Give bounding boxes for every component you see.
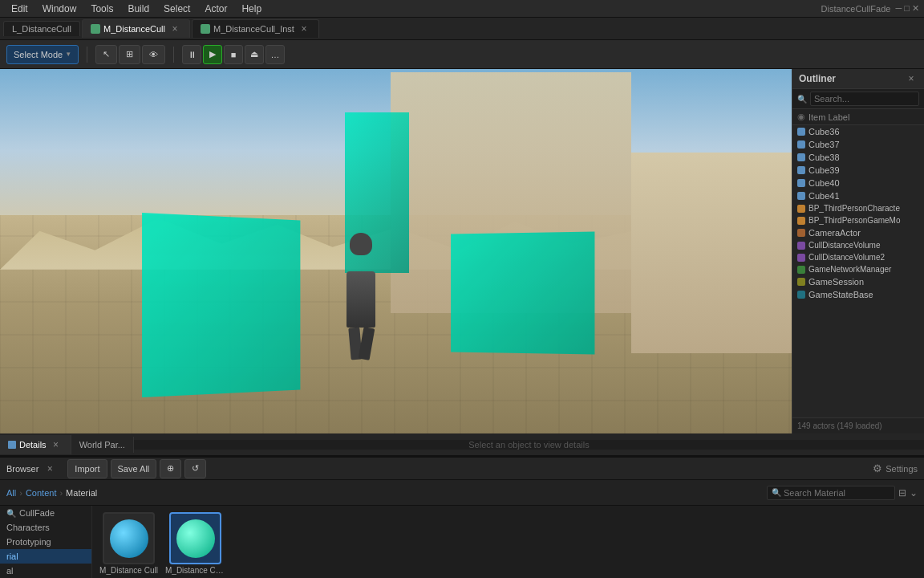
toolbar-sep-2 (173, 47, 174, 63)
details-icon (8, 441, 16, 449)
list-item[interactable]: Cube40 (792, 177, 924, 189)
material-sphere-teal (176, 519, 215, 558)
list-item[interactable]: GameNetworkManager (792, 263, 924, 275)
browser-tab-label[interactable]: Browser (6, 464, 38, 474)
asset-thumb-m-distance-cull[interactable]: M_Distance Cull (99, 512, 159, 575)
filter-icon[interactable]: ⊟ (898, 487, 906, 499)
sidebar-item-material[interactable]: rial (0, 549, 91, 564)
menu-edit[interactable]: Edit (5, 2, 34, 16)
menu-select[interactable]: Select (157, 2, 197, 16)
settings-icon[interactable]: ⚙ (873, 462, 882, 474)
play-controls-group: ⏸ ▶ ■ ⏏ … (182, 45, 285, 64)
sidebar-item-characters[interactable]: Characters (0, 520, 91, 535)
sidebar-item-prototyping[interactable]: Prototyping (0, 535, 91, 549)
state-icon (797, 291, 805, 299)
list-item[interactable]: GameSession (792, 275, 924, 288)
menu-bar: Edit Window Tools Build Select Actor Hel… (0, 0, 924, 18)
settings-label[interactable]: Settings (886, 464, 918, 474)
select-mode-button[interactable]: Select Mode ▼ (6, 45, 79, 64)
tab-m-distancecull-inst[interactable]: M_DistanceCull_Inst × (192, 19, 319, 38)
viewport[interactable] (0, 69, 792, 434)
refresh-button[interactable]: ↺ (184, 459, 206, 478)
select-mode-label: Select Mode (14, 50, 63, 59)
list-item[interactable]: Cube39 (792, 164, 924, 177)
char-head (350, 233, 372, 255)
list-item[interactable]: BP_ThirdPersonGameMo (792, 214, 924, 226)
pause-button[interactable]: ⏸ (182, 45, 201, 64)
tab-label-2: M_DistanceCull_Inst (213, 24, 294, 34)
teal-box-left (142, 213, 300, 397)
world-partition-label: World Par... (79, 440, 125, 450)
char-body (346, 271, 375, 328)
toolbar: Select Mode ▼ ↖ ⊞ 👁 ⏸ ▶ ■ ⏏ … (0, 40, 924, 69)
breadcrumb-sep-1: › (19, 488, 22, 498)
asset-preview-1 (103, 512, 155, 564)
outliner-col-header: ◉ Item Label (792, 109, 924, 125)
window-controls[interactable]: ─ □ ✕ (895, 3, 919, 14)
list-item[interactable]: CameraActor (792, 226, 924, 239)
list-item[interactable]: CullDistanceVolume (792, 239, 924, 251)
menu-window[interactable]: Window (36, 2, 83, 16)
cube-icon (797, 192, 805, 200)
breadcrumb-all[interactable]: All (6, 488, 16, 498)
actor-count-label: 149 actors (149 loaded) (797, 421, 882, 430)
details-close-button[interactable]: × (50, 438, 63, 451)
menu-right-area: DistanceCullFade ─ □ ✕ (821, 3, 919, 14)
sidebar-item-al[interactable]: al (0, 564, 91, 578)
tab-l-distancecull[interactable]: L_DistanceCull (3, 21, 80, 36)
sidebar-item-cullfade[interactable]: 🔍 CullFade (0, 506, 91, 520)
menu-help[interactable]: Help (235, 2, 268, 16)
list-item[interactable]: Cube37 (792, 138, 924, 151)
content-browser-top-bar: Browser × Import Save All ⊕ ↺ ⚙ Settings (0, 458, 924, 480)
outliner-panel: Outliner × 🔍 ◉ Item Label Cube36 Cube37 … (792, 69, 924, 434)
main-layout: Outliner × 🔍 ◉ Item Label Cube36 Cube37 … (0, 69, 924, 434)
list-item[interactable]: Cube41 (792, 189, 924, 202)
breadcrumb-sep-2: › (59, 488, 63, 498)
details-tab[interactable]: Details × (0, 435, 71, 454)
snap-button[interactable]: ⊞ (119, 45, 140, 64)
outliner-close-button[interactable]: × (905, 72, 918, 85)
play-button[interactable]: ▶ (203, 45, 222, 64)
tab-label-0: L_DistanceCull (12, 24, 71, 34)
sort-icon[interactable]: ⌄ (910, 487, 918, 499)
move-tool-button[interactable]: ↖ (95, 45, 117, 64)
add-content-button[interactable]: ⊕ (160, 459, 181, 478)
view-mode-button[interactable]: 👁 (142, 45, 165, 64)
cube-icon (797, 179, 805, 187)
menu-actor[interactable]: Actor (198, 2, 233, 16)
breadcrumb: All › Content › Material (6, 488, 97, 498)
close-tab-2[interactable]: × (298, 22, 310, 35)
more-play-options[interactable]: … (265, 45, 285, 64)
content-browser-sidebar: 🔍 CullFade Characters Prototyping rial a… (0, 506, 92, 578)
browser-close-button[interactable]: × (43, 462, 56, 475)
world-partition-tab[interactable]: World Par... (71, 437, 134, 453)
save-all-button[interactable]: Save All (111, 459, 157, 478)
close-tab-1[interactable]: × (168, 22, 181, 35)
material-icon-2 (201, 24, 210, 34)
list-item[interactable]: BP_ThirdPersonCharacte (792, 202, 924, 214)
list-item[interactable]: Cube36 (792, 125, 924, 138)
list-item[interactable]: Cube38 (792, 151, 924, 164)
import-button[interactable]: Import (67, 459, 107, 478)
asset-thumb-m-distance-cull-inst[interactable]: M_Distance Cull_Inst (165, 512, 225, 575)
list-item[interactable]: CullDistanceVolume2 (792, 251, 924, 263)
tab-m-distancecull[interactable]: M_DistanceCull × (82, 19, 190, 38)
breadcrumb-content[interactable]: Content (26, 488, 57, 498)
list-item[interactable]: GameStateBase (792, 288, 924, 301)
outliner-title: Outliner (799, 73, 836, 84)
toolbar-sep-1 (87, 47, 87, 63)
menu-tools[interactable]: Tools (84, 2, 120, 16)
cube-icon (797, 128, 805, 136)
app-title-label: DistanceCullFade (821, 4, 891, 14)
stop-button[interactable]: ■ (224, 45, 243, 64)
sidebar-search-icon: 🔍 (6, 509, 16, 518)
outliner-search-input[interactable] (810, 92, 919, 106)
bottom-area: Browser × Import Save All ⊕ ↺ ⚙ Settings… (0, 456, 924, 578)
eye-toggle-icon[interactable]: ◉ (797, 112, 805, 122)
outliner-search-bar: 🔍 (792, 89, 924, 109)
outliner-footer: 149 actors (149 loaded) (792, 417, 924, 434)
asset-preview-2 (169, 512, 221, 564)
content-search-input[interactable] (767, 486, 895, 500)
menu-build[interactable]: Build (121, 2, 156, 16)
eject-button[interactable]: ⏏ (245, 45, 264, 64)
